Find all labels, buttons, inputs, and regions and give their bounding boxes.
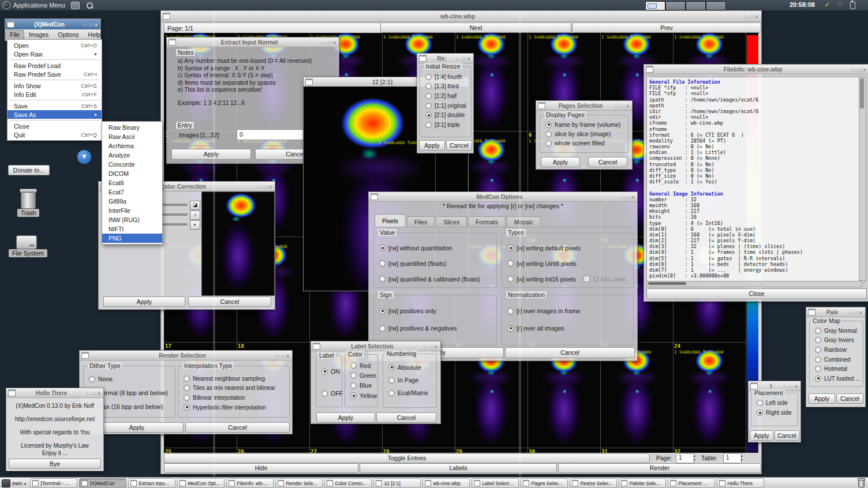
tab-slices[interactable]: Slices bbox=[436, 216, 467, 227]
close-icon[interactable]: ✕ bbox=[626, 104, 630, 109]
titlebar[interactable]: Render Selection↑‒□✕ bbox=[80, 351, 292, 361]
maximize-icon[interactable]: □ bbox=[93, 391, 96, 396]
radio-1-4-fourth[interactable]: [1:4] fourth bbox=[420, 72, 471, 82]
radio-icon[interactable] bbox=[379, 325, 386, 332]
taskbar-item-label-select[interactable]: Label Select... bbox=[472, 478, 519, 488]
shade-icon[interactable]: ↑ bbox=[423, 344, 425, 350]
titlebar[interactable]: Re:↑‒□✕ bbox=[417, 54, 473, 63]
shade-icon[interactable]: ↑ bbox=[615, 104, 617, 109]
notes-icon[interactable]: ♡ bbox=[837, 1, 843, 9]
radio-icon[interactable] bbox=[350, 362, 357, 369]
radio-icon[interactable] bbox=[388, 390, 395, 396]
radio-rainbow[interactable]: Rainbow bbox=[810, 345, 863, 355]
minimize-icon[interactable]: ‒ bbox=[855, 67, 857, 73]
scan-cell-30[interactable] bbox=[527, 346, 600, 452]
taskbar-item-palette-sele[interactable]: Palette Sele... bbox=[619, 478, 666, 488]
radio-icon[interactable] bbox=[425, 103, 432, 109]
scan-cell-32[interactable] bbox=[673, 346, 746, 452]
taskbar-item-extract-inpu[interactable]: Extract Inpu... bbox=[128, 478, 175, 488]
titlebar[interactable]: MedCon Options↑‒□✕ bbox=[369, 192, 637, 202]
radio-lut-loaded[interactable]: LUT loaded ... bbox=[810, 374, 863, 384]
radio-icon[interactable] bbox=[350, 372, 357, 378]
radio-icon[interactable] bbox=[388, 377, 395, 384]
close-icon[interactable]: ✕ bbox=[332, 40, 336, 46]
radio-icon[interactable] bbox=[379, 308, 386, 314]
radio-nearest-neighbour-sampling[interactable]: Nearest neighbour sampling bbox=[178, 374, 289, 384]
menu-item-info-edit[interactable]: Info EditCtrl+F bbox=[8, 90, 102, 99]
menu-item-png[interactable]: PNG bbox=[102, 234, 162, 243]
close-icon[interactable]: ✕ bbox=[94, 22, 98, 28]
close-icon[interactable]: ✕ bbox=[631, 195, 635, 200]
cancel-button[interactable]: Cancel bbox=[836, 393, 863, 404]
radio-green[interactable]: Green bbox=[345, 370, 377, 380]
scan-cell-31[interactable] bbox=[600, 346, 673, 452]
radio-1-1-original[interactable]: [1:1] original bbox=[420, 101, 471, 111]
close-icon[interactable]: ✕ bbox=[467, 57, 471, 62]
scan-cell-29[interactable] bbox=[455, 346, 527, 452]
cancel-button[interactable]: Cancel bbox=[376, 412, 436, 423]
minimize-icon[interactable]: ‒ bbox=[459, 57, 462, 62]
taskbar-item-fileinfo-wb[interactable]: FileInfo: wb-... bbox=[226, 478, 274, 488]
vertical-scrollbar[interactable] bbox=[859, 77, 866, 281]
shade-icon[interactable]: ↑ bbox=[86, 391, 88, 396]
radio-1-2-half[interactable]: [1:2] half bbox=[420, 91, 471, 101]
page-select-combo[interactable]: Page: 1/1 ▾ bbox=[164, 22, 386, 33]
minimize-icon[interactable]: ‒ bbox=[89, 391, 92, 396]
render-button[interactable]: Render bbox=[558, 463, 761, 473]
updates-ok-icon[interactable]: ✓ bbox=[825, 1, 830, 9]
menu-item-save-as[interactable]: Save As▸ bbox=[8, 110, 102, 119]
radio-frame-by-frame-volume[interactable]: frame by frame (volume) bbox=[540, 120, 628, 129]
shade-icon[interactable]: ↑ bbox=[783, 384, 785, 389]
radio-icon[interactable] bbox=[545, 122, 552, 128]
radio-icon[interactable] bbox=[350, 382, 357, 389]
radio-whole-screen-filled[interactable]: whole screen filled bbox=[540, 138, 628, 148]
radio-icon[interactable] bbox=[815, 366, 821, 372]
radio-rw-quantified-floats[interactable]: [rw] quantified (floats) bbox=[374, 256, 496, 271]
menu-item-inw-rug[interactable]: INW (RUG) bbox=[102, 215, 162, 224]
menu-item-raw-binary[interactable]: Raw Binary bbox=[102, 123, 162, 132]
workspace-2[interactable] bbox=[665, 1, 686, 10]
menu-item-raw-predef-save[interactable]: Raw Predef SaveCtrl+I bbox=[8, 70, 102, 78]
prev-button[interactable]: Prev bbox=[572, 22, 761, 33]
cancel-button[interactable]: Cancel bbox=[188, 296, 271, 307]
fileinfo-text[interactable]: General File InformationFILE *ifp : <nul… bbox=[646, 77, 865, 283]
table-spinner-arrows[interactable]: ▴▾ bbox=[739, 454, 744, 462]
hide-button[interactable]: Hide bbox=[164, 463, 358, 473]
next-button[interactable]: Next bbox=[380, 22, 571, 33]
close-icon[interactable]: ✕ bbox=[434, 344, 438, 350]
minimize-icon[interactable]: ‒ bbox=[787, 384, 789, 389]
shade-icon[interactable]: ↑ bbox=[275, 354, 277, 359]
tab-pixels[interactable]: Pixels bbox=[375, 214, 406, 227]
workspace-1[interactable] bbox=[645, 1, 665, 10]
radio-icon[interactable] bbox=[184, 404, 190, 411]
menu-item-ecat6[interactable]: Ecat6 bbox=[102, 178, 162, 187]
radio-icon[interactable] bbox=[815, 328, 821, 334]
radio-slice-by-slice-image[interactable]: slice by slice (image) bbox=[540, 129, 628, 138]
radio-icon[interactable] bbox=[507, 276, 514, 282]
radio-icon[interactable] bbox=[89, 376, 95, 382]
labels-button[interactable]: Labels bbox=[360, 463, 557, 473]
radio-3-1-triple[interactable]: [3:1] triple bbox=[420, 120, 471, 130]
radio-rw-positives-only[interactable]: [rw] positives only bbox=[374, 302, 496, 320]
radio-r-over-all-images[interactable]: [r] over all images bbox=[502, 320, 633, 337]
apply-button[interactable]: Apply bbox=[171, 149, 251, 160]
minimize-icon[interactable]: ‒ bbox=[851, 310, 854, 316]
menu-item-dicom[interactable]: DICOM bbox=[102, 169, 162, 178]
menu-item-save[interactable]: SaveCtrl+S bbox=[8, 102, 102, 110]
radio-absolute[interactable]: Absolute bbox=[383, 361, 436, 374]
workspace-pager[interactable] bbox=[645, 1, 726, 9]
trash-icon[interactable] bbox=[21, 190, 36, 209]
radio-r-over-images-in-frame[interactable]: [r] over images in frame bbox=[502, 302, 633, 320]
radio-red[interactable]: Red bbox=[345, 361, 377, 370]
titlebar[interactable]: Hello There↑‒□✕ bbox=[6, 388, 103, 398]
maximize-icon[interactable]: □ bbox=[855, 310, 858, 316]
minimize-icon[interactable]: ‒ bbox=[87, 22, 89, 28]
workspace-4[interactable] bbox=[706, 1, 726, 10]
filesystem-icon[interactable] bbox=[16, 235, 37, 249]
shade-icon[interactable]: ↑ bbox=[744, 14, 746, 20]
search-icon[interactable] bbox=[87, 2, 93, 9]
radio-icon[interactable] bbox=[321, 391, 328, 397]
taskbar-item-resize-selec[interactable]: Resize Selec... bbox=[570, 478, 617, 488]
minimize-icon[interactable]: ‒ bbox=[618, 104, 620, 109]
radio-icon[interactable] bbox=[815, 337, 821, 343]
